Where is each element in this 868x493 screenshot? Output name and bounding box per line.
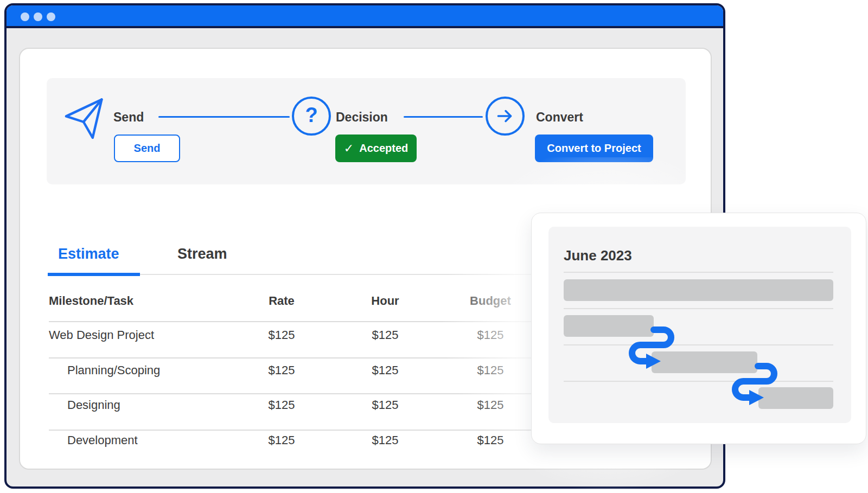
send-button-label: Send — [134, 142, 161, 155]
budget-cell: $125 — [452, 360, 528, 381]
gantt-bar — [564, 279, 833, 301]
window-dot-icon[interactable] — [47, 12, 55, 21]
question-glyph: ? — [305, 104, 317, 129]
question-circle-icon: ? — [292, 97, 331, 136]
gantt-row-divider — [564, 308, 833, 309]
task-cell: Web Design Project — [49, 324, 154, 346]
window-control-dots[interactable] — [21, 12, 55, 21]
screenshot-stage: Send ? Decision Convert Send — [0, 0, 868, 493]
accepted-status-button[interactable]: ✓ Accepted — [335, 135, 417, 162]
paper-plane-icon — [61, 94, 110, 145]
rate-cell: $125 — [244, 360, 320, 381]
task-cell: Planning/Scoping — [67, 360, 160, 381]
convert-to-project-button[interactable]: Convert to Project — [535, 135, 653, 162]
tab-stream[interactable]: Stream — [177, 243, 227, 265]
rate-cell: $125 — [244, 430, 320, 451]
table-divider — [49, 321, 591, 322]
gantt-row-divider — [564, 381, 833, 382]
hour-cell: $125 — [347, 394, 423, 416]
gantt-row-divider — [564, 272, 833, 273]
column-header-task: Milestone/Task — [49, 290, 133, 312]
check-icon: ✓ — [344, 142, 354, 156]
table-header-row: Milestone/Task Rate Hour Budget — [20, 290, 595, 312]
gantt-card-inner-panel: June 2023 — [548, 227, 851, 423]
budget-cell: $125 — [452, 430, 528, 451]
task-cell: Development — [67, 430, 138, 451]
gantt-bar — [652, 351, 757, 373]
hour-cell: $125 — [347, 360, 423, 381]
rate-cell: $125 — [244, 324, 320, 346]
window-dot-icon[interactable] — [34, 12, 42, 21]
table-row: Web Design Project $125 $125 $125 — [20, 324, 595, 346]
table-divider — [49, 357, 591, 358]
table-row: Planning/Scoping $125 $125 $125 — [20, 360, 595, 381]
budget-cell: $125 — [452, 324, 528, 346]
hour-cell: $125 — [347, 430, 423, 451]
table-row: Designing $125 $125 $125 — [20, 394, 595, 416]
arrow-right-icon — [494, 105, 516, 127]
window-dot-icon[interactable] — [21, 12, 29, 21]
column-header-budget: Budget — [452, 290, 528, 312]
browser-titlebar — [7, 5, 723, 28]
column-header-rate: Rate — [244, 290, 320, 312]
table-row: Development $125 $125 $125 — [20, 430, 595, 451]
accepted-button-label: Accepted — [359, 142, 408, 155]
tab-estimate[interactable]: Estimate — [58, 243, 119, 265]
arrow-right-circle-icon — [486, 97, 525, 136]
gantt-card: June 2023 — [531, 213, 866, 444]
budget-cell: $125 — [452, 394, 528, 416]
gantt-bar — [564, 315, 654, 337]
column-header-hour: Hour — [347, 290, 423, 312]
send-button[interactable]: Send — [114, 135, 180, 162]
workflow-connector-line — [158, 116, 290, 118]
gantt-bar — [758, 387, 833, 409]
convert-button-label: Convert to Project — [547, 142, 641, 155]
workflow-connector-line — [404, 116, 483, 118]
gantt-month-title: June 2023 — [564, 246, 632, 265]
hour-cell: $125 — [347, 324, 423, 346]
step-label-send: Send — [113, 105, 144, 129]
step-label-convert: Convert — [536, 105, 583, 129]
workflow-band: Send ? Decision Convert Send — [47, 78, 686, 184]
step-label-decision: Decision — [336, 105, 388, 129]
active-tab-underline — [48, 273, 140, 276]
tab-bar-divider — [140, 274, 579, 275]
task-cell: Designing — [67, 394, 120, 416]
gantt-row-divider — [564, 344, 833, 345]
rate-cell: $125 — [244, 394, 320, 416]
